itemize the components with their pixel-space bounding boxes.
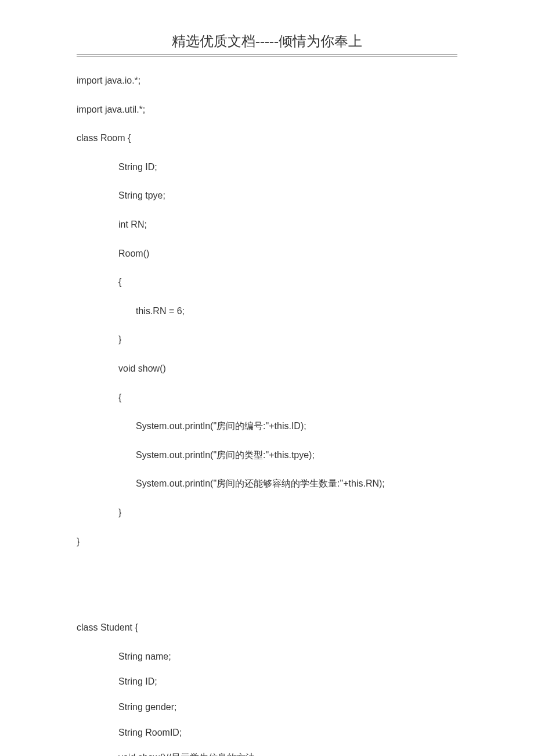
code-line: import java.util.*; [77, 102, 457, 117]
code-line: } [77, 505, 457, 520]
code-line: System.out.println("房间的还能够容纳的学生数量:"+this… [77, 476, 457, 491]
code-line: } [77, 534, 457, 549]
code-line: String ID; [77, 674, 457, 689]
code-line [77, 592, 457, 607]
code-line: int RN; [77, 217, 457, 232]
code-line: import java.io.*; [77, 73, 457, 88]
page-header-title: 精选优质文档-----倾情为你奉上 [77, 32, 457, 51]
code-line: System.out.println("房间的编号:"+this.ID); [77, 419, 457, 434]
code-line: class Student { [77, 620, 457, 635]
document-page: 精选优质文档-----倾情为你奉上 import java.io.*;impor… [0, 0, 534, 756]
code-line: String RoomID; [77, 725, 457, 740]
code-line: class Room { [77, 131, 457, 146]
code-line: String name; [77, 649, 457, 664]
code-line: String tpye; [77, 188, 457, 203]
code-line: Room() [77, 246, 457, 261]
code-line: System.out.println("房间的类型:"+this.tpye); [77, 448, 457, 463]
code-line: String gender; [77, 700, 457, 715]
code-line [77, 563, 457, 578]
header-divider [77, 54, 457, 57]
code-line: this.RN = 6; [77, 304, 457, 319]
code-line: } [77, 332, 457, 347]
code-line: String ID; [77, 160, 457, 175]
code-line: void show()//显示学生信息的方法 [77, 750, 457, 756]
code-content: import java.io.*;import java.util.*;clas… [77, 73, 457, 756]
code-line: void show() [77, 361, 457, 376]
code-line: { [77, 275, 457, 290]
code-line: { [77, 390, 457, 405]
